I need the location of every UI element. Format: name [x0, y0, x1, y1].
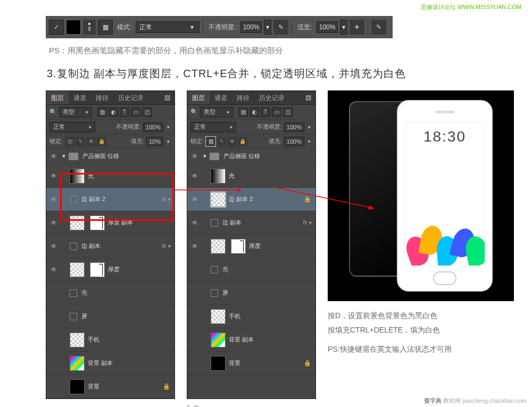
filter-smart-icon[interactable]: ◫ — [142, 107, 152, 117]
layer-group[interactable]: 👁 ▼ 产品侧面 位移 — [187, 148, 315, 164]
layer-thumbnail[interactable] — [70, 262, 85, 277]
lock-pixels-icon[interactable]: ✎ — [76, 137, 85, 146]
pressure-opacity-icon[interactable]: ✎ — [273, 20, 288, 35]
layer-thumbnail[interactable] — [211, 333, 226, 347]
brush-panel-toggle[interactable]: ▦ — [98, 20, 113, 35]
tab-history[interactable]: 历史记录 — [254, 91, 289, 104]
layer-thumbnail[interactable] — [211, 309, 226, 324]
visibility-toggle[interactable]: 👁 — [48, 153, 59, 160]
layer-thumbnail[interactable] — [211, 192, 226, 207]
layer-thumbnail[interactable] — [211, 239, 226, 254]
layer-thumbnail[interactable] — [70, 169, 85, 184]
lock-all-icon[interactable]: 🔒 — [97, 137, 106, 146]
opacity-dropdown[interactable]: ▾ — [264, 20, 271, 35]
tab-layers[interactable]: 图层 — [187, 91, 210, 104]
filter-kind-select[interactable]: 类型▾ — [200, 107, 233, 118]
layer-group[interactable]: 👁 ▼ 产品侧面 位移 — [46, 148, 174, 164]
layer-item[interactable]: 手机 — [187, 305, 315, 328]
flow-dropdown[interactable]: ▾ — [340, 20, 347, 35]
layer-item[interactable]: 屏 — [46, 305, 174, 328]
tab-layers[interactable]: 图层 — [46, 91, 69, 104]
fx-icon[interactable]: fx ▾ — [303, 220, 311, 226]
layer-item[interactable]: 👁边 副本 2🔒 — [187, 188, 315, 211]
visibility-toggle[interactable]: 👁 — [48, 196, 59, 203]
visibility-toggle[interactable]: 👁 — [189, 172, 200, 180]
layer-thumbnail[interactable] — [70, 356, 85, 371]
visibility-toggle[interactable]: 👁 — [189, 153, 200, 160]
filter-adjust-icon[interactable]: ◐ — [109, 107, 118, 117]
lock-all-icon[interactable]: 🔒 — [238, 137, 247, 146]
visibility-toggle[interactable]: 👁 — [48, 266, 59, 273]
lock-position-icon[interactable]: ✥ — [86, 137, 96, 146]
layer-thumbnail[interactable] — [70, 333, 85, 347]
visibility-toggle[interactable]: 👁 — [189, 243, 200, 250]
fill-value[interactable]: 100% — [284, 137, 304, 146]
brush-size-picker[interactable]: 8 — [83, 20, 96, 35]
flow-value[interactable]: 100% — [317, 21, 338, 33]
layer-item[interactable]: 👁边 副本 2fx ▾ — [46, 188, 174, 211]
panel-menu-icon[interactable]: ▤ — [160, 91, 174, 104]
group-chevron-icon[interactable]: ▼ — [202, 153, 207, 159]
layer-mask-thumbnail[interactable] — [90, 215, 105, 230]
layer-mask-thumbnail[interactable] — [231, 239, 246, 254]
panel-opacity-value[interactable]: 100% — [143, 122, 163, 132]
filter-kind-select[interactable]: 类型▾ — [59, 107, 92, 118]
layer-item[interactable]: 👁厚度 副本 — [46, 211, 174, 235]
filter-smart-icon[interactable]: ◫ — [283, 107, 293, 117]
brush-color-swatch[interactable] — [66, 20, 81, 35]
layer-thumbnail[interactable] — [70, 215, 85, 230]
layer-item[interactable]: 背景 副本 — [46, 352, 174, 375]
layer-item[interactable]: 背景🔒 — [187, 352, 315, 375]
tab-history[interactable]: 历史记录 — [113, 91, 148, 104]
filter-type-icon[interactable]: T — [261, 107, 270, 117]
layer-thumbnail[interactable] — [211, 169, 226, 184]
visibility-toggle[interactable]: 👁 — [48, 219, 59, 227]
layer-item[interactable]: 屏 — [187, 281, 315, 305]
blend-select[interactable]: 正常▾ — [190, 122, 236, 132]
filter-shape-icon[interactable]: ▭ — [272, 107, 281, 117]
visibility-toggle[interactable]: 👁 — [48, 172, 59, 180]
visibility-toggle[interactable]: 👁 — [189, 196, 200, 203]
fx-icon[interactable]: fx ▾ — [162, 243, 170, 249]
layer-item[interactable]: 背景 副本 — [187, 328, 315, 352]
lock-pixels-icon[interactable]: ✎ — [217, 137, 226, 146]
blend-select[interactable]: 正常▾ — [49, 122, 95, 132]
lock-transparent-icon[interactable]: ▨ — [206, 137, 215, 146]
pressure-size-icon[interactable]: ✎ — [371, 20, 386, 35]
layer-item[interactable]: 👁边 副本fx ▾ — [46, 235, 174, 258]
tab-paths[interactable]: 路径 — [91, 91, 113, 104]
lock-position-icon[interactable]: ✥ — [227, 137, 237, 146]
layer-item[interactable]: 背景🔒 — [46, 375, 174, 398]
filter-type-icon[interactable]: T — [120, 107, 129, 117]
layer-item[interactable]: 👁光 — [46, 164, 174, 188]
layer-item[interactable]: 👁厚度 — [187, 235, 315, 258]
lock-transparent-icon[interactable]: ▨ — [65, 137, 74, 146]
filter-pixel-icon[interactable]: ▨ — [97, 107, 107, 117]
layer-item[interactable]: 壳 — [46, 281, 174, 305]
tab-channels[interactable]: 通道 — [210, 91, 232, 104]
layer-mask-thumbnail[interactable] — [90, 262, 105, 277]
layer-item[interactable]: 壳 — [187, 258, 315, 281]
fx-icon[interactable]: fx ▾ — [162, 196, 170, 202]
tab-channels[interactable]: 通道 — [69, 91, 91, 104]
tab-paths[interactable]: 路径 — [232, 91, 254, 104]
layer-item[interactable]: 👁厚度 — [46, 258, 174, 281]
layer-item[interactable]: 👁光 — [187, 164, 315, 188]
layer-item[interactable]: 👁边 副本fx ▾ — [187, 211, 315, 235]
filter-adjust-icon[interactable]: ◐ — [250, 107, 259, 117]
visibility-toggle[interactable]: 👁 — [48, 243, 59, 250]
group-chevron-icon[interactable]: ▼ — [61, 153, 66, 159]
airbrush-icon[interactable]: ✈ — [350, 20, 364, 35]
filter-pixel-icon[interactable]: ▨ — [238, 107, 248, 117]
fill-value[interactable]: 10% — [146, 137, 163, 146]
panel-menu-icon[interactable]: ▤ — [301, 91, 315, 104]
visibility-toggle[interactable]: 👁 — [189, 219, 200, 227]
opacity-value[interactable]: 100% — [240, 21, 262, 33]
tool-preset-picker[interactable]: ✓ — [49, 20, 64, 35]
blend-mode-select[interactable]: 正常▾ — [136, 21, 200, 33]
filter-shape-icon[interactable]: ▭ — [131, 107, 140, 117]
layer-thumbnail[interactable] — [70, 379, 85, 394]
layer-thumbnail[interactable] — [211, 356, 226, 371]
panel-opacity-value[interactable]: 100% — [284, 122, 304, 132]
layer-item[interactable]: 手机 — [46, 328, 174, 352]
